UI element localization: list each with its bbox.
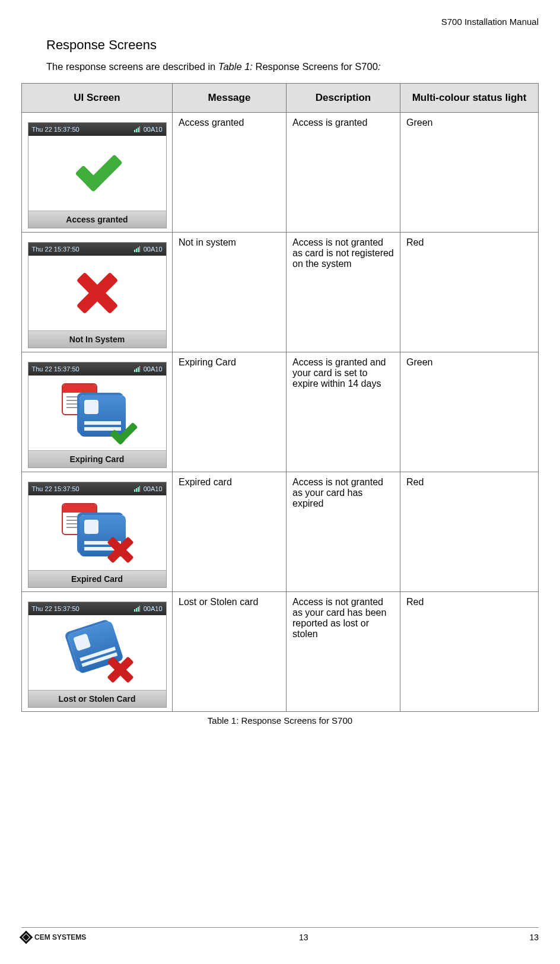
- brand-logo: CEM SYSTEMS: [21, 933, 86, 942]
- cell-message: Lost or Stolen card: [173, 592, 287, 712]
- ui-statusbar: Thu 22 15:37:50 00A10: [28, 123, 166, 136]
- ui-screen-expiring-card: Thu 22 15:37:50 00A10 Expiring Card: [28, 362, 167, 468]
- ui-code: 00A10: [144, 485, 163, 492]
- cell-message: Expired card: [173, 472, 287, 592]
- ui-time: Thu 22 15:37:50: [32, 246, 79, 253]
- section-title: Response Screens: [46, 37, 539, 53]
- small-x-icon: [107, 656, 134, 683]
- expired-card-icon: [62, 503, 133, 562]
- intro-tail: Response Screens for S700: [253, 61, 378, 72]
- doc-header: S700 Installation Manual: [21, 17, 539, 27]
- ui-statusbar: Thu 22 15:37:50 00A10: [28, 243, 166, 256]
- response-table: UI Screen Message Description Multi-colo…: [21, 83, 539, 712]
- ui-time: Thu 22 15:37:50: [32, 126, 79, 133]
- cell-message: Expiring Card: [173, 352, 287, 472]
- intro-ref: Table 1:: [218, 61, 253, 72]
- ui-code: 00A10: [144, 246, 163, 253]
- cell-light: Red: [400, 592, 539, 712]
- ui-footer-label: Expired Card: [28, 570, 166, 587]
- ui-footer-label: Access granted: [28, 211, 166, 228]
- signal-icon: [134, 126, 140, 132]
- th-message: Message: [173, 84, 287, 113]
- cell-light: Red: [400, 472, 539, 592]
- intro-text: The response screens are described in: [46, 61, 218, 72]
- table-row: Thu 22 15:37:50 00A10 Expiring Card: [22, 352, 539, 472]
- ui-time: Thu 22 15:37:50: [32, 485, 79, 492]
- cell-description: Access is not granted as your card has b…: [287, 592, 400, 712]
- lost-card-icon: [62, 623, 133, 682]
- ui-footer-label: Lost or Stolen Card: [28, 690, 166, 707]
- th-description: Description: [287, 84, 400, 113]
- ui-footer-label: Not In System: [28, 330, 166, 348]
- cell-light: Green: [400, 113, 539, 233]
- section-intro: The response screens are described in Ta…: [46, 61, 539, 72]
- ui-screen-access-granted: Thu 22 15:37:50 00A10 Access granted: [28, 122, 167, 228]
- ui-statusbar: Thu 22 15:37:50 00A10: [28, 482, 166, 495]
- th-ui-screen: UI Screen: [22, 84, 173, 113]
- check-icon: [77, 152, 118, 194]
- intro-colon: :: [378, 61, 381, 72]
- signal-icon: [134, 606, 140, 612]
- table-row: Thu 22 15:37:50 00A10 Not In System Not …: [22, 233, 539, 352]
- ui-code: 00A10: [144, 605, 163, 612]
- page-number-center: 13: [86, 933, 521, 942]
- ui-code: 00A10: [144, 365, 163, 373]
- small-x-icon: [107, 536, 134, 564]
- ui-statusbar: Thu 22 15:37:50 00A10: [28, 602, 166, 615]
- ui-screen-not-in-system: Thu 22 15:37:50 00A10 Not In System: [28, 242, 167, 348]
- cell-description: Access is granted and your card is set t…: [287, 352, 400, 472]
- cell-description: Access is not granted as card is not reg…: [287, 233, 400, 352]
- th-status-light: Multi-colour status light: [400, 84, 539, 113]
- logo-diamond-icon: [20, 931, 33, 944]
- signal-icon: [134, 366, 140, 372]
- table-row: Thu 22 15:37:50 00A10 Access granted Acc…: [22, 113, 539, 233]
- ui-code: 00A10: [144, 126, 163, 133]
- ui-screen-lost-stolen: Thu 22 15:37:50 00A10 Lost or Stolen Car…: [28, 602, 167, 708]
- x-icon: [77, 272, 118, 314]
- table-row: Thu 22 15:37:50 00A10 Expired Card: [22, 472, 539, 592]
- ui-time: Thu 22 15:37:50: [32, 365, 79, 373]
- cell-light: Green: [400, 352, 539, 472]
- ui-screen-expired-card: Thu 22 15:37:50 00A10 Expired Card: [28, 482, 167, 588]
- table-caption: Table 1: Response Screens for S700: [21, 715, 539, 726]
- page-footer: CEM SYSTEMS 13 13: [21, 927, 539, 942]
- table-row: Thu 22 15:37:50 00A10 Lost or Stolen Car…: [22, 592, 539, 712]
- signal-icon: [134, 246, 140, 252]
- signal-icon: [134, 486, 140, 492]
- ui-time: Thu 22 15:37:50: [32, 605, 79, 612]
- cell-message: Not in system: [173, 233, 287, 352]
- expiring-card-icon: [62, 383, 133, 443]
- page-number-edge: 13: [521, 933, 539, 942]
- small-check-icon: [110, 420, 136, 446]
- cell-message: Access granted: [173, 113, 287, 233]
- brand-name: CEM SYSTEMS: [34, 933, 86, 941]
- ui-footer-label: Expiring Card: [28, 450, 166, 467]
- cell-light: Red: [400, 233, 539, 352]
- cell-description: Access is granted: [287, 113, 400, 233]
- cell-description: Access is not granted as your card has e…: [287, 472, 400, 592]
- ui-statusbar: Thu 22 15:37:50 00A10: [28, 362, 166, 376]
